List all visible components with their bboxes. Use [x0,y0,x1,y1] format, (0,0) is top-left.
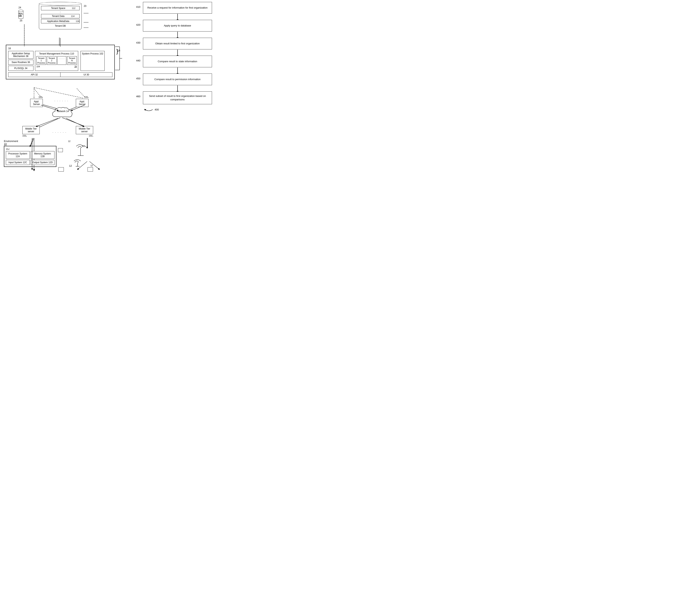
tenant-dots: . . . . . [58,56,67,65]
app-metadata-item: Application MetaData 116 [41,19,80,23]
flowchart: 410 Receive a request for information fo… [136,2,212,112]
app-server-N: 100ₙ Appl.Server [76,96,88,107]
input-system: Input System 12C [6,160,30,165]
api-ui-row: API 32 UI 30 [8,72,112,77]
environment-label: Environment 10 [4,140,18,146]
tenant1-proc: Tenant 1Process [36,56,46,65]
middle-tier-1: Middle Tierserver 150₁ [22,126,40,137]
arrow-1 [143,14,212,20]
client-grid: Processor System 12A Memory System 12B I… [6,151,54,165]
svg-line-26 [34,88,41,97]
output-system: Output System 12D [31,160,54,165]
sys-proc-box: System Process 102 [81,51,105,71]
arrow-3 [143,49,212,56]
ref-12-client: 12↙ [6,148,54,150]
ref-18: 18 [8,47,112,50]
network-label: Network 14 [57,110,69,113]
tenant-mgmt-box: Tenant Management Process 110 Tenant 1Pr… [35,51,78,71]
sys-db-label: Sys.DB [19,11,23,19]
step-box-450: Compare result to permission information [143,73,212,85]
arrow-2 [143,31,212,38]
ref-24: 24 [19,6,21,9]
device-icon-2 [58,167,64,172]
left-column: Application Setup Mechanism 38 Save Rout… [8,51,34,71]
svg-marker-11 [33,169,35,171]
flow-step-420: 420 Apply query to database [136,20,212,31]
step-num-440: 440 [136,56,143,62]
step-num-410: 410 [136,2,143,8]
step-box-420: Apply query to database [143,20,212,31]
ref-155-N: 155ₙ [82,145,86,148]
app-server-1-box: Appl.Server [30,99,43,107]
middle-tier-1-box: Middle Tierserver [22,126,40,134]
sys-db: 24 Sys.DB 25 [19,10,23,22]
flow-step-460: 460 Send subset of result to first organ… [136,91,212,104]
app-setup-item: Application Setup Mechanism 38 [8,51,34,59]
api-label: API 32 [8,72,61,77]
device-icon-1 [58,148,63,152]
ref-25: 25 [19,19,22,22]
step-box-460: Send subset of result to first organizat… [143,91,212,104]
flow-step-440: 440 Compare result to state information [136,56,212,67]
step-box-440: Compare result to state information [143,56,212,67]
flow-step-410: 410 Receive a request for information fo… [136,2,212,14]
ref-12-wireless-left: 12 [69,164,72,167]
svg-line-27 [77,88,85,97]
ref-23: 23 [84,5,86,7]
step-box-430: Obtain result limited to first organizat… [143,38,212,49]
svg-line-32 [30,138,33,146]
tenant-db-label: Tenant DB [41,24,80,27]
plsoql-item: PL/SOQL 34 [8,66,34,71]
ref-116: 116 [76,20,79,22]
app-server-N-box: Appl.Server [76,99,88,107]
step-num-450: 450 [136,73,143,80]
client-box: 12↙ Processor System 12A Memory System 1… [4,146,57,167]
tenant-mgmt-label: Tenant Management Process 110 [36,52,77,55]
tenantN-proc: Tenant NProcess [67,56,77,65]
right-cluster: Tenant Management Process 110 Tenant 1Pr… [35,51,105,71]
ref-100-1: 100₁ [39,96,43,98]
ref-104: 104 [36,65,40,68]
ref-12-wireless-right: 12 [90,164,93,167]
ref-400-label: 400 [155,108,159,111]
memory-system: Memory System 12B [31,151,54,159]
ref-400-area: 400 [143,107,212,112]
step-box-410: Receive a request for information for fi… [143,2,212,14]
flow-step-430: 430 Obtain result limited to first organ… [136,38,212,49]
ref-150-N: 150ₙ [76,135,93,137]
ref-112: 112 [72,7,75,9]
arrow-4 [143,67,212,73]
app-server-1: 100₁ Appl.Server [30,96,43,107]
dots-1: ⋮ [41,11,80,13]
arrow-5 [143,85,212,91]
bracket-16: } [116,48,118,54]
ref-12-wireless-top: 12 [68,140,70,142]
processor-system: Processor System 12A [6,151,30,159]
ui-label: UI 30 [61,72,112,77]
step-num-420: 420 [136,20,143,26]
ref-100-N: 100ₙ [84,96,88,98]
ref-150-1: 150₁ [22,135,40,137]
main-system-box: 18 Application Setup Mechanism 38 Save R… [6,45,115,79]
step-num-460: 460 [136,91,143,98]
middle-tier-N: Middle Tierserver 150ₙ [76,126,93,137]
svg-line-9 [30,138,34,147]
tenant-db: 23 Tenant Space 112 ⋮ Tenant Data 114 Ap… [39,2,82,29]
tenant-processes: Tenant 1Process Tenant 2Process . . . . … [36,56,77,65]
flow-step-450: 450 Compare result to permission informa… [136,73,212,85]
save-routines-item: Save Routines 36 [8,60,34,65]
ref-114: 114 [71,15,74,17]
device-icon-3 [88,167,93,172]
middle-tier-N-box: Middle Tierserver [76,126,93,134]
tenant-data-item: Tenant Data 114 [41,14,80,18]
step-num-430: 430 [136,38,143,44]
tenant2-proc: Tenant 2Process [47,56,57,65]
ref-10: 10 [4,142,7,146]
dots-middle-tier: . . . . . . [52,130,67,133]
network-cloud: Network 14 [51,106,75,120]
dots-between-servers: . . . . . . [54,99,69,102]
ref-28: 28 [74,65,77,68]
tenant-space-item: Tenant Space 112 [41,6,80,10]
